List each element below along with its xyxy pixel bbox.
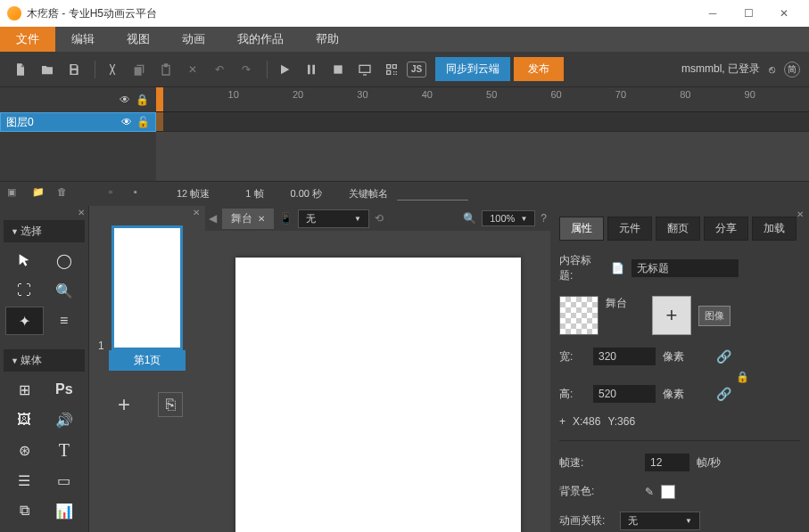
- minimize-button[interactable]: ─: [695, 0, 731, 27]
- menu-works[interactable]: 我的作品: [221, 27, 300, 52]
- visibility-header-icon[interactable]: 👁: [120, 94, 130, 106]
- toolbox-close-icon[interactable]: ✕: [78, 208, 85, 217]
- close-button[interactable]: ✕: [766, 0, 802, 27]
- open-file-icon[interactable]: [36, 58, 59, 81]
- lock-ratio-icon[interactable]: 🔒: [736, 371, 749, 383]
- audio-media-icon[interactable]: 🔊: [45, 405, 84, 434]
- delete-icon[interactable]: ✕: [181, 58, 204, 81]
- layer-row[interactable]: 图层0 👁 🔓: [0, 112, 156, 132]
- logout-icon[interactable]: ⎋: [769, 63, 775, 76]
- device-icon[interactable]: 📱: [279, 212, 293, 225]
- image-label: 图像: [698, 306, 731, 326]
- duplicate-page-button[interactable]: ⎘: [158, 392, 183, 417]
- qr-icon[interactable]: [380, 58, 403, 81]
- device-select[interactable]: 无▼: [298, 209, 369, 228]
- link-wh-icon-2[interactable]: 🔗: [716, 387, 731, 401]
- list-media-icon[interactable]: ☰: [5, 466, 44, 495]
- title-label: 内容标题:: [559, 253, 604, 283]
- rotate-icon[interactable]: ⟲: [375, 212, 384, 225]
- pages-close-icon[interactable]: ✕: [193, 208, 200, 217]
- width-input[interactable]: [593, 348, 656, 365]
- chart-media-icon[interactable]: 📊: [45, 496, 84, 525]
- search-icon[interactable]: 🔍: [463, 212, 476, 225]
- lock-header-icon[interactable]: 🔒: [136, 94, 149, 106]
- select-section-header[interactable]: 选择: [4, 220, 85, 242]
- timeline-ruler[interactable]: 10 20 30 40 50 60 70 80 90: [156, 87, 809, 112]
- eyedropper-icon[interactable]: ✎: [645, 486, 654, 498]
- menu-file[interactable]: 文件: [0, 27, 55, 52]
- shape-tool-icon[interactable]: ✦: [5, 307, 44, 335]
- help-icon[interactable]: ?: [541, 212, 547, 225]
- sync-button[interactable]: 同步到云端: [435, 57, 510, 81]
- ps-tool-icon[interactable]: Ps: [45, 375, 84, 404]
- height-input[interactable]: [593, 385, 656, 403]
- zoom-tool-icon[interactable]: 🔍: [45, 276, 84, 305]
- svg-rect-0: [359, 65, 370, 72]
- copy-icon[interactable]: [128, 58, 151, 81]
- undo-icon[interactable]: ↶: [208, 58, 231, 81]
- stop-icon[interactable]: [326, 58, 350, 81]
- redo-icon[interactable]: ↷: [235, 58, 258, 81]
- animlink-label: 动画关联:: [559, 513, 613, 528]
- stage-tab[interactable]: 舞台✕: [222, 209, 274, 229]
- play-icon[interactable]: [273, 58, 296, 81]
- add-page-button[interactable]: +: [111, 392, 136, 417]
- media-section-header[interactable]: 媒体: [4, 349, 85, 372]
- user-name: msmmbl, 已登录: [681, 61, 760, 77]
- lasso-tool-icon[interactable]: ◯: [45, 246, 84, 274]
- canvas-area: ◀ 舞台✕ 📱 无▼ ⟲ 🔍 100%▼ ?: [205, 206, 550, 532]
- link-wh-icon[interactable]: 🔗: [716, 349, 731, 364]
- align-tool-icon[interactable]: ≡: [45, 307, 84, 335]
- add-image-button[interactable]: +: [652, 296, 691, 335]
- crop-tool-icon[interactable]: ⛶: [5, 276, 44, 305]
- plus-indicator: +: [559, 415, 565, 428]
- playhead-icon[interactable]: [156, 87, 163, 111]
- keyframe-name-input[interactable]: [397, 188, 468, 201]
- insert-frame-icon[interactable]: ▫: [109, 186, 125, 202]
- menu-help[interactable]: 帮助: [300, 27, 355, 52]
- publish-button[interactable]: 发布: [514, 57, 564, 81]
- stage-canvas[interactable]: [235, 258, 521, 532]
- layer-lock-icon[interactable]: 🔓: [136, 116, 150, 128]
- js-icon[interactable]: JS: [407, 61, 426, 78]
- slide-media-icon[interactable]: ▭: [45, 466, 84, 495]
- bgcolor-swatch[interactable]: [661, 485, 675, 499]
- text-tool-icon[interactable]: T: [45, 436, 84, 464]
- props-close-icon[interactable]: ✕: [797, 209, 804, 219]
- image-media-icon[interactable]: 🖼: [5, 405, 44, 434]
- menu-view[interactable]: 视图: [111, 27, 166, 52]
- maximize-button[interactable]: ☐: [731, 0, 766, 27]
- layer-track[interactable]: [156, 112, 809, 132]
- bg-thumbnail[interactable]: [559, 296, 598, 335]
- save-icon[interactable]: [62, 58, 86, 81]
- menu-edit[interactable]: 编辑: [55, 27, 111, 52]
- preview-icon[interactable]: [353, 58, 376, 81]
- code-media-icon[interactable]: ⧉: [5, 496, 44, 525]
- menu-anim[interactable]: 动画: [166, 27, 221, 52]
- title-input[interactable]: [632, 259, 739, 277]
- arrow-tool-icon[interactable]: [5, 246, 44, 274]
- animlink-select[interactable]: 无▼: [620, 512, 700, 530]
- cut-icon[interactable]: [101, 58, 124, 81]
- video-media-icon[interactable]: ⊛: [5, 436, 44, 464]
- remove-frame-icon[interactable]: ▪: [134, 186, 150, 202]
- tab-load[interactable]: 加载: [752, 217, 797, 241]
- delete-layer-icon[interactable]: 🗑: [57, 186, 73, 202]
- pause-icon[interactable]: [300, 58, 323, 81]
- grid-media-icon[interactable]: ⊞: [5, 375, 44, 404]
- tab-prev-icon[interactable]: ◀: [209, 212, 217, 225]
- add-layer-icon[interactable]: ▣: [7, 186, 23, 202]
- layer-visible-icon[interactable]: 👁: [121, 116, 132, 128]
- add-folder-icon[interactable]: 📁: [32, 186, 48, 202]
- page-thumbnail[interactable]: [111, 225, 183, 350]
- tab-share[interactable]: 分享: [704, 217, 748, 241]
- zoom-select[interactable]: 100%▼: [482, 210, 535, 226]
- tab-properties[interactable]: 属性: [559, 217, 604, 241]
- new-file-icon[interactable]: [9, 58, 32, 81]
- paste-icon[interactable]: [154, 58, 177, 81]
- fps-input[interactable]: [645, 454, 689, 471]
- tab-paging[interactable]: 翻页: [656, 217, 700, 241]
- tab-symbols[interactable]: 元件: [607, 217, 652, 241]
- lang-icon[interactable]: 简: [784, 61, 800, 78]
- close-tab-icon[interactable]: ✕: [258, 214, 265, 224]
